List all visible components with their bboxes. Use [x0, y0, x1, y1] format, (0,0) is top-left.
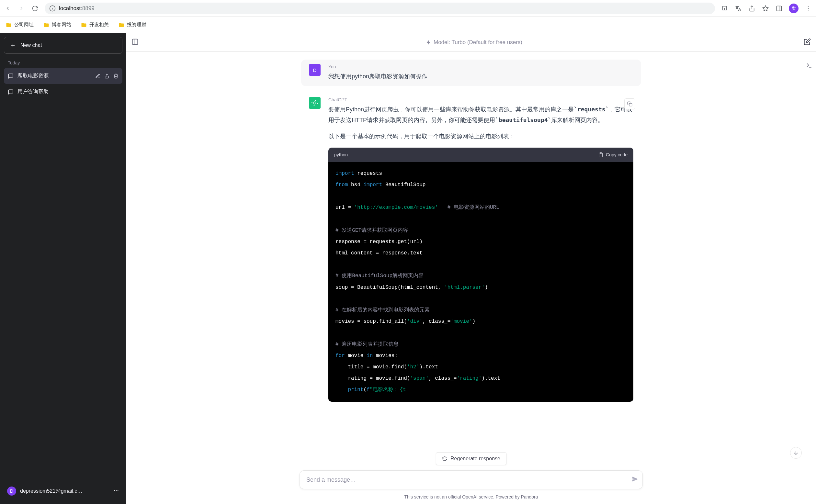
conversation: D You 我想使用python爬取电影资源如何操作 ChatGPT 要使用Py…: [126, 52, 816, 504]
chat-title: 爬取电影资源: [17, 73, 91, 79]
user-avatar: D: [309, 64, 320, 76]
profile-avatar[interactable]: 樊: [789, 4, 799, 13]
user-avatar: D: [7, 487, 16, 496]
right-gutter: [802, 33, 816, 504]
bookmark-item[interactable]: 投资理财: [118, 22, 146, 28]
chat-icon: [8, 73, 14, 79]
message-text: 我想使用python爬取电影资源如何操作: [328, 71, 633, 82]
share-icon[interactable]: [104, 73, 109, 79]
sidebar: New chat Today 爬取电影资源 用户咨询帮助 D depressio…: [0, 33, 126, 504]
bookmark-star-icon[interactable]: [762, 5, 769, 12]
kebab-menu-icon[interactable]: [804, 5, 812, 12]
message-bot: ChatGPT 要使用Python进行网页爬虫，你可以使用一些库来帮助你获取电影…: [301, 93, 641, 403]
svg-point-9: [808, 10, 809, 10]
code-content: import requests from bs4 import Beautifu…: [328, 162, 633, 402]
svg-rect-16: [132, 39, 138, 44]
terminal-icon[interactable]: [806, 62, 812, 70]
svg-point-19: [313, 102, 316, 104]
section-label: Today: [4, 54, 122, 68]
code-block: python Copy code import requests from bs…: [328, 148, 633, 402]
more-icon[interactable]: [113, 487, 119, 495]
svg-point-14: [116, 490, 117, 491]
plus-icon: [10, 42, 16, 48]
main-panel: Model: Turbo (Default for free users) D …: [126, 33, 816, 504]
svg-rect-20: [600, 152, 601, 153]
chat-item[interactable]: 用户咨询帮助: [4, 84, 122, 100]
browser-toolbar: localhost:8899 ⚿ 樊: [0, 0, 816, 17]
message-user: D You 我想使用python爬取电影资源如何操作: [301, 60, 641, 86]
copy-message-button[interactable]: [624, 98, 635, 109]
back-button[interactable]: [4, 5, 12, 12]
footer-link[interactable]: Pandora: [521, 494, 538, 499]
send-button[interactable]: [632, 476, 638, 484]
sender-label: You: [328, 64, 633, 69]
edit-icon[interactable]: [95, 73, 100, 79]
sidebar-user[interactable]: D depressiom521@gmail.c…: [4, 482, 122, 500]
bookmarks-bar: 公司网址 博客网站 开发相关 投资理财: [0, 17, 816, 33]
share-icon[interactable]: [748, 5, 756, 12]
message-input[interactable]: [299, 470, 643, 489]
input-area: [299, 470, 643, 489]
model-label: Model: Turbo (Default for free users): [434, 39, 522, 46]
bookmark-item[interactable]: 博客网站: [43, 22, 71, 28]
chat-title: 用户咨询帮助: [17, 88, 118, 95]
translate-icon[interactable]: [734, 5, 742, 12]
svg-point-7: [808, 6, 809, 7]
message-text: 要使用Python进行网页爬虫，你可以使用一些库来帮助你获取电影资源。其中最常用…: [328, 104, 633, 401]
url-text: localhost:8899: [59, 5, 95, 12]
svg-point-15: [117, 490, 118, 491]
svg-point-8: [808, 8, 809, 8]
svg-marker-4: [763, 6, 768, 11]
footer-note: This service is not an official OpenAI s…: [404, 494, 538, 499]
copy-code-button[interactable]: Copy code: [598, 151, 628, 159]
bookmark-item[interactable]: 公司网址: [6, 22, 34, 28]
new-chat-button[interactable]: New chat: [4, 37, 122, 54]
user-email: depressiom521@gmail.c…: [20, 488, 109, 494]
new-chat-label: New chat: [20, 42, 42, 48]
sender-label: ChatGPT: [328, 97, 633, 102]
forward-button[interactable]: [17, 5, 25, 12]
bookmark-item[interactable]: 开发相关: [81, 22, 109, 28]
chat-item[interactable]: 爬取电影资源: [4, 68, 122, 84]
panel-toggle-icon[interactable]: [131, 38, 139, 47]
reload-button[interactable]: [31, 5, 39, 12]
svg-rect-5: [777, 6, 782, 11]
refresh-icon: [442, 456, 447, 461]
key-icon[interactable]: ⚿: [721, 5, 729, 12]
code-lang: python: [334, 151, 348, 159]
bot-avatar: [309, 97, 320, 109]
sidepanel-icon[interactable]: [775, 5, 783, 12]
chat-icon: [8, 89, 14, 95]
site-info-icon[interactable]: [49, 5, 56, 12]
svg-rect-18: [629, 103, 632, 106]
clipboard-icon: [598, 152, 603, 157]
delete-icon[interactable]: [113, 73, 118, 79]
scroll-down-button[interactable]: [790, 447, 802, 459]
svg-point-13: [114, 490, 115, 491]
bolt-icon: [426, 39, 432, 45]
main-header: Model: Turbo (Default for free users): [126, 33, 816, 52]
address-bar[interactable]: localhost:8899: [45, 3, 715, 14]
regenerate-button[interactable]: Regenerate response: [436, 452, 507, 465]
